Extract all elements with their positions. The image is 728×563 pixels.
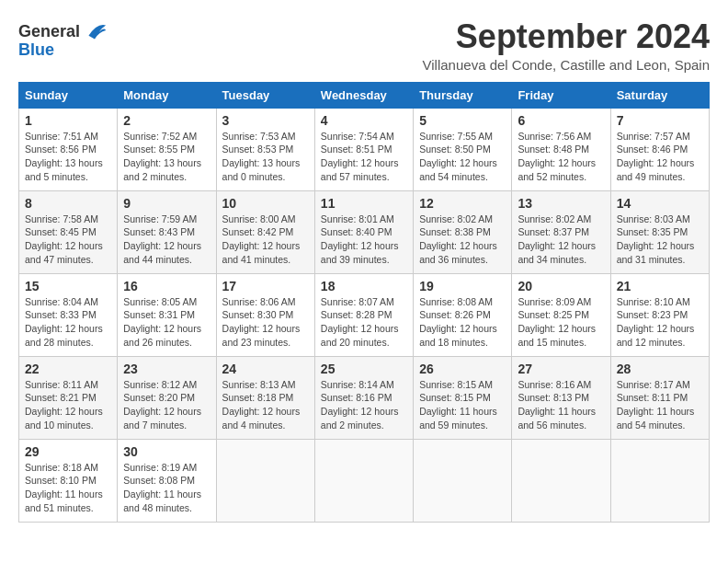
calendar-cell: 1Sunrise: 7:51 AMSunset: 8:56 PMDaylight… — [19, 108, 118, 190]
day-number: 10 — [222, 196, 309, 211]
calendar-cell: 6Sunrise: 7:56 AMSunset: 8:48 PMDaylight… — [512, 108, 610, 190]
weekday-header-saturday: Saturday — [610, 82, 709, 108]
calendar-cell: 17Sunrise: 8:06 AMSunset: 8:30 PMDayligh… — [216, 273, 314, 356]
day-number: 18 — [321, 279, 407, 293]
day-info: Sunrise: 8:03 AMSunset: 8:35 PMDaylight:… — [617, 213, 703, 267]
day-number: 4 — [321, 113, 407, 128]
day-number: 25 — [321, 362, 407, 376]
day-number: 16 — [123, 279, 210, 293]
day-info: Sunrise: 8:04 AMSunset: 8:33 PMDaylight:… — [25, 295, 111, 350]
day-info: Sunrise: 8:10 AMSunset: 8:23 PMDaylight:… — [617, 295, 703, 350]
day-info: Sunrise: 7:54 AMSunset: 8:51 PMDaylight:… — [321, 130, 407, 184]
day-info: Sunrise: 7:53 AMSunset: 8:53 PMDaylight:… — [222, 130, 309, 184]
page-header: General Blue September 2024 Villanueva d… — [18, 18, 710, 73]
day-number: 28 — [617, 362, 703, 376]
weekday-header-friday: Friday — [512, 82, 610, 108]
weekday-header-sunday: Sunday — [19, 82, 118, 108]
day-number: 5 — [419, 113, 506, 128]
weekday-header-thursday: Thursday — [414, 82, 512, 108]
calendar-week-row: 8Sunrise: 7:58 AMSunset: 8:45 PMDaylight… — [19, 190, 710, 273]
day-info: Sunrise: 7:56 AMSunset: 8:48 PMDaylight:… — [518, 130, 604, 184]
weekday-header-row: SundayMondayTuesdayWednesdayThursdayFrid… — [19, 82, 710, 108]
day-number: 24 — [222, 362, 309, 376]
weekday-header-tuesday: Tuesday — [216, 82, 314, 108]
logo-bird-icon — [82, 18, 108, 44]
day-info: Sunrise: 8:16 AMSunset: 8:13 PMDaylight:… — [518, 378, 604, 432]
calendar-cell: 28Sunrise: 8:17 AMSunset: 8:11 PMDayligh… — [610, 356, 709, 439]
calendar-cell: 15Sunrise: 8:04 AMSunset: 8:33 PMDayligh… — [19, 273, 118, 356]
calendar-cell: 18Sunrise: 8:07 AMSunset: 8:28 PMDayligh… — [314, 273, 413, 356]
day-number: 6 — [518, 113, 604, 128]
calendar-cell: 14Sunrise: 8:03 AMSunset: 8:35 PMDayligh… — [610, 190, 709, 273]
calendar-cell: 20Sunrise: 8:09 AMSunset: 8:25 PMDayligh… — [512, 273, 610, 356]
day-number: 9 — [123, 196, 210, 211]
calendar-cell: 23Sunrise: 8:12 AMSunset: 8:20 PMDayligh… — [118, 356, 216, 439]
calendar-cell: 27Sunrise: 8:16 AMSunset: 8:13 PMDayligh… — [512, 356, 610, 439]
calendar-cell: 12Sunrise: 8:02 AMSunset: 8:38 PMDayligh… — [414, 190, 512, 273]
day-info: Sunrise: 8:06 AMSunset: 8:30 PMDaylight:… — [222, 295, 309, 350]
day-number: 26 — [419, 362, 506, 376]
calendar-cell: 16Sunrise: 8:05 AMSunset: 8:31 PMDayligh… — [118, 273, 216, 356]
day-info: Sunrise: 8:13 AMSunset: 8:18 PMDaylight:… — [222, 378, 309, 432]
day-info: Sunrise: 8:07 AMSunset: 8:28 PMDaylight:… — [321, 295, 407, 350]
calendar-cell — [610, 439, 709, 522]
day-info: Sunrise: 8:00 AMSunset: 8:42 PMDaylight:… — [222, 213, 309, 267]
calendar-cell: 5Sunrise: 7:55 AMSunset: 8:50 PMDaylight… — [414, 108, 512, 190]
weekday-header-wednesday: Wednesday — [314, 82, 413, 108]
calendar-week-row: 1Sunrise: 7:51 AMSunset: 8:56 PMDaylight… — [19, 108, 710, 190]
month-title: September 2024 — [423, 18, 710, 55]
calendar-cell: 3Sunrise: 7:53 AMSunset: 8:53 PMDaylight… — [216, 108, 314, 190]
day-info: Sunrise: 8:02 AMSunset: 8:38 PMDaylight:… — [419, 213, 506, 267]
day-number: 11 — [321, 196, 407, 211]
calendar-cell: 29Sunrise: 8:18 AMSunset: 8:10 PMDayligh… — [19, 439, 118, 522]
calendar-cell: 24Sunrise: 8:13 AMSunset: 8:18 PMDayligh… — [216, 356, 314, 439]
logo: General Blue — [18, 18, 108, 60]
day-number: 7 — [617, 113, 703, 128]
day-number: 14 — [617, 196, 703, 211]
calendar-cell: 26Sunrise: 8:15 AMSunset: 8:15 PMDayligh… — [414, 356, 512, 439]
day-number: 15 — [25, 279, 111, 293]
day-info: Sunrise: 7:57 AMSunset: 8:46 PMDaylight:… — [617, 130, 703, 184]
calendar-cell: 22Sunrise: 8:11 AMSunset: 8:21 PMDayligh… — [19, 356, 118, 439]
day-info: Sunrise: 8:05 AMSunset: 8:31 PMDaylight:… — [123, 295, 210, 350]
logo-blue-text: Blue — [18, 40, 54, 60]
calendar-cell: 11Sunrise: 8:01 AMSunset: 8:40 PMDayligh… — [314, 190, 413, 273]
calendar-cell: 2Sunrise: 7:52 AMSunset: 8:55 PMDaylight… — [118, 108, 216, 190]
calendar-cell: 10Sunrise: 8:00 AMSunset: 8:42 PMDayligh… — [216, 190, 314, 273]
calendar-cell: 21Sunrise: 8:10 AMSunset: 8:23 PMDayligh… — [610, 273, 709, 356]
calendar-cell — [414, 439, 512, 522]
calendar-cell — [512, 439, 610, 522]
day-number: 20 — [518, 279, 604, 293]
calendar-cell — [314, 439, 413, 522]
calendar-week-row: 29Sunrise: 8:18 AMSunset: 8:10 PMDayligh… — [19, 439, 710, 522]
day-info: Sunrise: 8:09 AMSunset: 8:25 PMDaylight:… — [518, 295, 604, 350]
day-number: 19 — [419, 279, 506, 293]
day-number: 21 — [617, 279, 703, 293]
day-info: Sunrise: 8:18 AMSunset: 8:10 PMDaylight:… — [25, 461, 111, 515]
calendar-table: SundayMondayTuesdayWednesdayThursdayFrid… — [18, 82, 710, 523]
calendar-cell: 7Sunrise: 7:57 AMSunset: 8:46 PMDaylight… — [610, 108, 709, 190]
day-info: Sunrise: 8:14 AMSunset: 8:16 PMDaylight:… — [321, 378, 407, 432]
day-number: 30 — [123, 444, 210, 459]
day-info: Sunrise: 7:58 AMSunset: 8:45 PMDaylight:… — [25, 213, 111, 267]
day-info: Sunrise: 7:59 AMSunset: 8:43 PMDaylight:… — [123, 213, 210, 267]
calendar-cell: 19Sunrise: 8:08 AMSunset: 8:26 PMDayligh… — [414, 273, 512, 356]
calendar-cell — [216, 439, 314, 522]
location-subtitle: Villanueva del Conde, Castille and Leon,… — [423, 57, 710, 73]
day-number: 2 — [123, 113, 210, 128]
day-info: Sunrise: 7:51 AMSunset: 8:56 PMDaylight:… — [25, 130, 111, 184]
logo-general-text: General — [18, 22, 80, 41]
day-number: 23 — [123, 362, 210, 376]
calendar-cell: 9Sunrise: 7:59 AMSunset: 8:43 PMDaylight… — [118, 190, 216, 273]
day-number: 1 — [25, 113, 111, 128]
day-info: Sunrise: 8:19 AMSunset: 8:08 PMDaylight:… — [123, 461, 210, 515]
day-info: Sunrise: 8:02 AMSunset: 8:37 PMDaylight:… — [518, 213, 604, 267]
day-info: Sunrise: 8:15 AMSunset: 8:15 PMDaylight:… — [419, 378, 506, 432]
weekday-header-monday: Monday — [118, 82, 216, 108]
calendar-cell: 30Sunrise: 8:19 AMSunset: 8:08 PMDayligh… — [118, 439, 216, 522]
day-number: 27 — [518, 362, 604, 376]
calendar-week-row: 22Sunrise: 8:11 AMSunset: 8:21 PMDayligh… — [19, 356, 710, 439]
day-number: 8 — [25, 196, 111, 211]
title-section: September 2024 Villanueva del Conde, Cas… — [423, 18, 710, 73]
day-number: 22 — [25, 362, 111, 376]
